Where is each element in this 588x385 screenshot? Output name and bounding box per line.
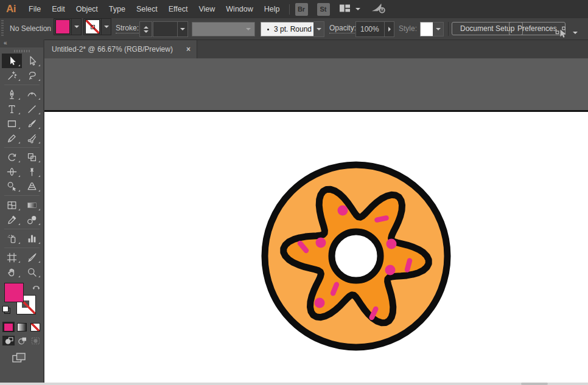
bridge-button[interactable]: Br: [295, 3, 308, 16]
chevron-down-icon: [101, 19, 111, 35]
variable-width-profile-select: [192, 22, 255, 36]
brush-definition-dropdown[interactable]: [313, 21, 324, 37]
stroke-color-dropdown[interactable]: [83, 18, 111, 35]
default-fill-stroke-icon[interactable]: [2, 306, 10, 314]
cc-sync-button[interactable]: [370, 2, 387, 16]
menu-item-object[interactable]: Object: [71, 0, 103, 18]
creative-cloud-sync-icon: [370, 2, 387, 16]
sprinkle-dot[interactable]: [387, 239, 397, 249]
stock-button[interactable]: St: [317, 3, 330, 16]
collapse-panel-button[interactable]: «: [0, 40, 43, 47]
style-swatch[interactable]: [420, 22, 433, 36]
opacity-value: 100%: [356, 25, 379, 33]
sprinkle-dot[interactable]: [338, 206, 348, 216]
horizontal-scrollbar-thumb[interactable]: [521, 383, 548, 385]
lasso-tool[interactable]: [22, 68, 42, 83]
menu-item-select[interactable]: Select: [131, 0, 163, 18]
tool-group-divider: [2, 83, 42, 87]
stroke-weight-select[interactable]: [153, 21, 188, 37]
zoom-tool[interactable]: [22, 265, 42, 279]
canvas-viewport[interactable]: [44, 58, 588, 383]
curvature-tool[interactable]: [22, 87, 42, 102]
hand-tool[interactable]: [2, 265, 22, 279]
stepper-down-icon: [144, 30, 149, 33]
fill-well[interactable]: [4, 283, 24, 302]
tool-group-divider: [2, 246, 42, 250]
draw-normal-button[interactable]: [2, 336, 15, 345]
draw-behind-button[interactable]: [16, 336, 28, 345]
pasteboard[interactable]: [44, 58, 588, 110]
sprinkle-dot[interactable]: [316, 238, 326, 248]
chevron-right-icon: [384, 22, 394, 36]
tool-group-divider: [2, 227, 42, 231]
selection-tool[interactable]: [2, 54, 22, 68]
brush-definition-field[interactable]: 3 pt. Round: [261, 22, 315, 36]
panel-grip[interactable]: [14, 50, 30, 52]
shape-builder-tool[interactable]: [2, 179, 22, 193]
stroke-weight-stepper[interactable]: [139, 21, 152, 37]
select-similar-icon: [554, 26, 569, 40]
slice-tool[interactable]: [22, 250, 42, 265]
mesh-tool[interactable]: [2, 198, 22, 212]
close-icon[interactable]: ×: [185, 45, 192, 54]
document-tab[interactable]: Untitled-2* @ 66.67% (RGB/Preview) ×: [44, 40, 197, 58]
width-tool[interactable]: [2, 164, 22, 179]
donut-artwork[interactable]: [256, 156, 457, 356]
shaper-tool-icon: [6, 133, 18, 144]
stroke-weight-label[interactable]: Stroke:: [116, 18, 139, 39]
color-button[interactable]: [2, 322, 15, 332]
chevron-down-icon: [177, 22, 187, 36]
eyedropper-tool-icon: [6, 214, 18, 226]
pen-tool[interactable]: [2, 87, 22, 102]
menu-item-edit[interactable]: Edit: [46, 0, 71, 18]
direct-selection-tool[interactable]: [22, 54, 42, 68]
none-button[interactable]: [29, 322, 41, 332]
paintbrush-tool[interactable]: [22, 116, 42, 131]
workspace-switcher-button[interactable]: [338, 3, 360, 15]
menu-item-help[interactable]: Help: [259, 0, 285, 18]
rectangle-tool[interactable]: [2, 116, 22, 131]
rotate-tool[interactable]: [2, 150, 22, 164]
scissors-tool-icon: [26, 133, 38, 144]
blend-tool[interactable]: [22, 212, 42, 227]
scissors-tool[interactable]: [22, 131, 42, 145]
menu-item-file[interactable]: File: [23, 0, 46, 18]
donut-hole[interactable]: [332, 232, 380, 280]
column-graph-tool[interactable]: [22, 231, 42, 246]
gradient-tool[interactable]: [22, 198, 42, 212]
zoom-tool-icon: [26, 266, 38, 278]
shaper-tool[interactable]: [2, 131, 22, 145]
opacity-field[interactable]: 100%: [355, 21, 394, 37]
fill-color-dropdown[interactable]: [54, 18, 82, 35]
type-tool[interactable]: [2, 102, 22, 116]
direct-selection-tool-icon: [26, 55, 38, 67]
menu-item-type[interactable]: Type: [103, 0, 131, 18]
symbol-sprayer-tool[interactable]: [2, 231, 22, 246]
sprinkle-dot[interactable]: [315, 298, 325, 308]
magic-wand-tool[interactable]: [2, 68, 22, 83]
scale-tool-icon: [26, 151, 38, 163]
change-screen-mode-button[interactable]: [12, 353, 43, 366]
gradient-button[interactable]: [16, 322, 28, 332]
mesh-tool-icon: [6, 199, 18, 211]
menu-item-window[interactable]: Window: [220, 0, 258, 18]
artboard-tool[interactable]: [2, 250, 22, 265]
eyedropper-tool[interactable]: [2, 212, 22, 227]
puppet-warp-tool[interactable]: [22, 164, 42, 179]
scale-tool[interactable]: [22, 150, 42, 164]
opacity-label[interactable]: Opacity:: [329, 18, 356, 39]
control-bar-grip[interactable]: [1, 20, 4, 37]
style-dropdown[interactable]: [433, 22, 444, 36]
control-bar: No Selection Stroke: 3 pt. Round: [0, 18, 588, 40]
curvature-tool-icon: [26, 89, 38, 100]
sprinkle-dot[interactable]: [385, 265, 396, 276]
perspective-grid-tool[interactable]: [22, 179, 42, 193]
line-segment-tool[interactable]: [22, 102, 42, 116]
chevron-down-icon: [573, 32, 578, 34]
stepper-up-icon: [144, 26, 149, 29]
artboard-tool-icon: [6, 252, 18, 263]
menu-item-effect[interactable]: Effect: [163, 0, 194, 18]
menu-items: FileEditObjectTypeSelectEffectViewWindow…: [23, 0, 285, 18]
menu-item-view[interactable]: View: [193, 0, 220, 18]
swap-fill-stroke-icon[interactable]: [32, 283, 41, 294]
